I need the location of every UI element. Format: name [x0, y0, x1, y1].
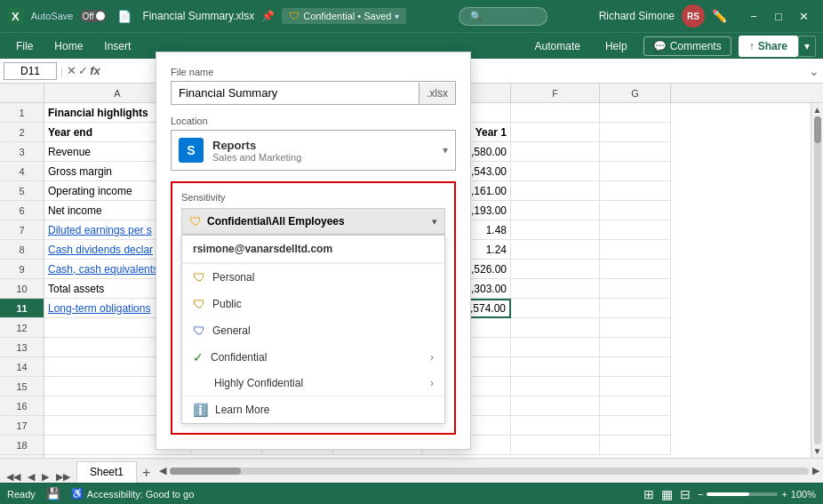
- formula-check-icon[interactable]: ✓: [78, 64, 88, 77]
- scroll-right-button[interactable]: ▶: [812, 465, 819, 476]
- row-num-6[interactable]: 6: [0, 201, 44, 220]
- cell-g12[interactable]: [600, 318, 671, 338]
- menu-help[interactable]: Help: [596, 37, 636, 55]
- location-selector[interactable]: S Reports Sales and Marketing ▾: [171, 130, 456, 171]
- row-num-11[interactable]: 11: [0, 299, 44, 318]
- cell-f17[interactable]: [511, 416, 600, 436]
- cell-g15[interactable]: [600, 377, 671, 396]
- learn-more-option[interactable]: ℹ️ Learn More: [182, 396, 444, 423]
- cell-g16[interactable]: [600, 396, 671, 416]
- scroll-down-button[interactable]: ▼: [813, 446, 822, 456]
- cell-f1[interactable]: [511, 103, 600, 123]
- cell-g18[interactable]: [600, 436, 671, 455]
- menu-file[interactable]: File: [7, 37, 42, 55]
- row-num-8[interactable]: 8: [0, 240, 44, 260]
- sensitivity-option-highly-confidential[interactable]: Highly Confidential ›: [182, 371, 444, 396]
- cell-g10[interactable]: [600, 279, 671, 299]
- close-button[interactable]: ✕: [791, 4, 816, 28]
- sheet-nav-last[interactable]: ▶▶: [53, 471, 73, 483]
- confidential-badge[interactable]: 🛡 Confidential • Saved ▾: [282, 8, 406, 24]
- cell-g6[interactable]: [600, 201, 671, 220]
- cell-f4[interactable]: [511, 162, 600, 181]
- save-history-icon[interactable]: 📄: [117, 10, 132, 23]
- row-num-17[interactable]: 17: [0, 416, 44, 436]
- sensitivity-dropdown[interactable]: 🛡 Confidential\All Employees ▾: [181, 208, 445, 235]
- sensitivity-option-personal[interactable]: 🛡 Personal: [182, 264, 444, 291]
- cell-f12[interactable]: [511, 318, 600, 338]
- cell-f6[interactable]: [511, 201, 600, 220]
- search-box[interactable]: 🔍: [459, 7, 547, 26]
- cell-f15[interactable]: [511, 377, 600, 396]
- sheet-tab-sheet1[interactable]: Sheet1: [76, 461, 137, 483]
- menu-home[interactable]: Home: [45, 37, 92, 55]
- cell-g11[interactable]: [600, 299, 671, 318]
- cell-g3[interactable]: [600, 142, 671, 162]
- add-sheet-button[interactable]: +: [137, 463, 156, 483]
- save-icon[interactable]: 💾: [46, 487, 60, 500]
- normal-view-icon[interactable]: ⊞: [643, 487, 654, 501]
- autosave-toggle[interactable]: Off: [80, 10, 107, 22]
- formula-fx-icon[interactable]: fx: [90, 64, 100, 77]
- page-break-icon[interactable]: ⊟: [680, 487, 691, 501]
- minimize-button[interactable]: −: [741, 4, 766, 28]
- maximize-button[interactable]: □: [766, 4, 791, 28]
- sheet-nav-first[interactable]: ◀◀: [4, 471, 23, 483]
- sheet-nav-prev[interactable]: ◀: [25, 471, 37, 483]
- zoom-out-button[interactable]: −: [698, 489, 703, 500]
- row-num-10[interactable]: 10: [0, 279, 44, 299]
- formula-expand-icon[interactable]: ⌄: [809, 64, 819, 78]
- cell-f11[interactable]: [511, 299, 600, 318]
- menu-automate[interactable]: Automate: [526, 37, 589, 55]
- cell-f13[interactable]: [511, 338, 600, 357]
- formula-x-icon[interactable]: ✕: [67, 64, 76, 77]
- page-layout-icon[interactable]: ▦: [661, 487, 673, 501]
- row-num-4[interactable]: 4: [0, 162, 44, 181]
- cell-f14[interactable]: [511, 357, 600, 377]
- share-dropdown[interactable]: ▾: [798, 36, 816, 57]
- row-num-1[interactable]: 1: [0, 103, 44, 123]
- sensitivity-option-public[interactable]: 🛡 Public: [182, 291, 444, 317]
- row-num-5[interactable]: 5: [0, 181, 44, 201]
- filename-input[interactable]: [172, 82, 419, 104]
- row-num-7[interactable]: 7: [0, 220, 44, 240]
- row-num-3[interactable]: 3: [0, 142, 44, 162]
- cell-f2[interactable]: [511, 123, 600, 142]
- sensitivity-option-general[interactable]: 🛡 General: [182, 317, 444, 344]
- cell-f3[interactable]: [511, 142, 600, 162]
- row-num-14[interactable]: 14: [0, 357, 44, 377]
- cell-reference[interactable]: D11: [4, 62, 57, 80]
- menu-insert[interactable]: Insert: [95, 37, 140, 55]
- share-button[interactable]: ↑ Share: [739, 36, 798, 57]
- row-num-18[interactable]: 18: [0, 436, 44, 455]
- col-header-g[interactable]: G: [600, 84, 671, 103]
- cell-g9[interactable]: [600, 260, 671, 279]
- cell-f8[interactable]: [511, 240, 600, 260]
- cell-g13[interactable]: [600, 338, 671, 357]
- row-num-12[interactable]: 12: [0, 318, 44, 338]
- user-avatar[interactable]: RS: [682, 4, 705, 28]
- sheet-nav-next[interactable]: ▶: [39, 471, 52, 483]
- scroll-left-button[interactable]: ◀: [159, 465, 166, 476]
- comments-button[interactable]: 💬 Comments: [643, 36, 731, 56]
- h-scroll-track[interactable]: [170, 468, 809, 475]
- cell-g5[interactable]: [600, 181, 671, 201]
- pin-icon[interactable]: 📌: [261, 10, 275, 22]
- sensitivity-option-confidential[interactable]: ✓ Confidential ›: [182, 344, 444, 371]
- cell-f18[interactable]: [511, 436, 600, 455]
- cell-f7[interactable]: [511, 220, 600, 240]
- col-header-f[interactable]: F: [511, 84, 600, 103]
- row-num-13[interactable]: 13: [0, 338, 44, 357]
- edit-icon[interactable]: ✏️: [712, 9, 727, 23]
- accessibility-status[interactable]: ♿ Accessibility: Good to go: [71, 488, 194, 500]
- cell-g1[interactable]: [600, 103, 671, 123]
- cell-g14[interactable]: [600, 357, 671, 377]
- cell-g4[interactable]: [600, 162, 671, 181]
- scroll-up-button[interactable]: ▲: [813, 105, 822, 115]
- row-num-2[interactable]: 2: [0, 123, 44, 142]
- row-num-9[interactable]: 9: [0, 260, 44, 279]
- cell-g8[interactable]: [600, 240, 671, 260]
- row-num-16[interactable]: 16: [0, 396, 44, 416]
- cell-f10[interactable]: [511, 279, 600, 299]
- cell-g17[interactable]: [600, 416, 671, 436]
- zoom-in-button[interactable]: +: [781, 489, 787, 500]
